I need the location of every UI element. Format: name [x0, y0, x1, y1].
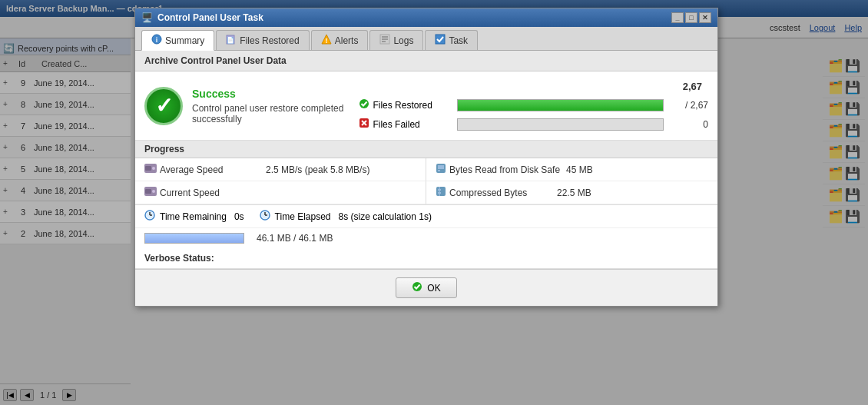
current-speed-cell: Current Speed [135, 181, 426, 204]
average-speed-text: Average Speed [160, 164, 224, 175]
time-remaining-item: Time Remaining 0s [144, 210, 244, 223]
modal-dialog: 🖥️ Control Panel User Task _ □ ✕ i Summa… [134, 8, 718, 307]
minimize-button[interactable]: _ [671, 12, 684, 23]
logs-icon [379, 34, 390, 47]
current-speed-text: Current Speed [160, 188, 220, 198]
ok-label: OK [427, 283, 440, 294]
time-elapsed-value: 8s (size calculation 1s) [339, 211, 432, 222]
progress-title: Progress [144, 144, 184, 154]
files-restored-count-top: 2,67 [359, 81, 708, 92]
status-desc-line2: successfully [192, 114, 343, 124]
check-circle-icon [359, 98, 369, 111]
svg-text:i: i [156, 36, 158, 44]
files-failed-label: Files Failed [359, 118, 451, 131]
ok-button[interactable]: OK [396, 277, 456, 298]
svg-text:📄: 📄 [227, 36, 234, 44]
disk-safe-icon [436, 163, 446, 176]
svg-text:!: ! [325, 37, 327, 45]
status-desc-line1: Control panel user restore completed [192, 103, 343, 114]
maximize-button[interactable]: □ [685, 12, 697, 23]
task-icon [435, 34, 446, 47]
tab-files-label: Files Restored [240, 35, 299, 46]
files-failed-text: Files Failed [373, 119, 419, 130]
status-section: ✓ Success Control panel user restore com… [135, 71, 717, 141]
tab-logs[interactable]: Logs [369, 30, 423, 50]
svg-point-16 [152, 167, 155, 170]
bytes-read-text: Bytes Read from Disk Safe [449, 164, 560, 175]
zip-icon [436, 186, 446, 199]
time-row: Time Remaining 0s Time Elapsed 8s (size … [135, 205, 717, 228]
file-progress-bar [144, 233, 244, 244]
progress-grid: Average Speed 2.5 MB/s (peak 5.8 MB/s) [135, 158, 717, 205]
files-restored-icon: 📄 [226, 34, 237, 47]
file-progress-text: 46.1 MB / 46.1 MB [257, 233, 333, 244]
alerts-icon: ! [321, 34, 332, 47]
compressed-bytes-cell: Compressed Bytes 22.5 MB [426, 181, 717, 204]
time-remaining-label: Time Remaining [160, 211, 227, 222]
info-icon: i [151, 34, 162, 47]
verbose-status-label: Verbose Status: [144, 253, 214, 264]
time-elapsed-item: Time Elapsed 8s (size calculation 1s) [260, 210, 432, 223]
tab-summary-label: Summary [165, 35, 204, 46]
time-elapsed-label: Time Elapsed [275, 211, 331, 222]
tab-alerts[interactable]: ! Alerts [311, 30, 369, 50]
files-restored-bar-fill [458, 100, 663, 111]
status-text: Success Control panel user restore compl… [192, 88, 343, 124]
svg-point-22 [152, 190, 155, 193]
average-speed-label: Average Speed [144, 164, 260, 175]
modal-title-icon: 🖥️ [141, 12, 153, 23]
tab-task-label: Task [449, 35, 468, 46]
hdd-icon [144, 164, 157, 175]
close-button[interactable]: ✕ [699, 12, 711, 23]
progress-section-header: Progress [135, 141, 717, 158]
ok-check-icon [412, 281, 422, 294]
files-restored-row: Files Restored / 2,67 [359, 98, 708, 111]
modal-tabs: i Summary 📄 Files Restored ! Alerts [135, 27, 717, 51]
compressed-bytes-value: 22.5 MB [557, 188, 591, 198]
svg-rect-27 [438, 192, 441, 194]
time-remaining-value: 0s [234, 211, 244, 222]
bytes-read-cell: Bytes Read from Disk Safe 45 MB [426, 158, 717, 181]
modal-title: Control Panel User Task [157, 12, 263, 23]
files-failed-bar [457, 118, 664, 131]
success-icon: ✓ [144, 87, 183, 125]
svg-rect-10 [436, 35, 445, 44]
tab-logs-label: Logs [393, 35, 413, 46]
modal-content: Archive Control Panel User Data ✓ Succes… [135, 51, 717, 306]
bytes-read-label: Bytes Read from Disk Safe [436, 163, 560, 176]
tab-summary[interactable]: i Summary [141, 30, 214, 51]
tab-files-restored[interactable]: 📄 Files Restored [216, 30, 309, 50]
bytes-read-value: 45 MB [566, 164, 593, 175]
status-left: ✓ Success Control panel user restore com… [144, 81, 343, 131]
status-title: Success [192, 88, 343, 100]
svg-rect-17 [145, 166, 151, 171]
compressed-bytes-text: Compressed Bytes [449, 188, 527, 198]
svg-rect-20 [438, 170, 440, 171]
svg-rect-26 [438, 189, 441, 191]
files-failed-count: 0 [670, 119, 708, 130]
section-header: Archive Control Panel User Data [135, 51, 717, 71]
clock-icon-2 [260, 210, 270, 223]
tab-task[interactable]: Task [425, 30, 478, 50]
modal-titlebar: 🖥️ Control Panel User Task _ □ ✕ [135, 8, 717, 27]
progress-section: Progress Average Speed [135, 141, 717, 269]
svg-rect-24 [436, 187, 446, 196]
modal-footer: OK [135, 269, 717, 306]
hdd-icon-2 [144, 187, 157, 198]
files-restored-label: Files Restored [359, 98, 451, 111]
svg-rect-23 [145, 189, 151, 194]
x-circle-icon [359, 118, 369, 131]
svg-rect-19 [438, 165, 444, 169]
compressed-bytes-label: Compressed Bytes [436, 186, 551, 199]
files-section: 2,67 Files Restored [359, 81, 708, 131]
current-speed-label: Current Speed [144, 187, 260, 198]
verbose-status-row: Verbose Status: [135, 248, 717, 268]
average-speed-value: 2.5 MB/s (peak 5.8 MB/s) [266, 164, 369, 175]
titlebar-controls: _ □ ✕ [671, 12, 711, 23]
tab-alerts-label: Alerts [335, 35, 359, 46]
files-restored-fraction: / 2,67 [670, 100, 708, 111]
files-restored-bar [457, 99, 664, 111]
files-failed-row: Files Failed 0 [359, 118, 708, 131]
average-speed-cell: Average Speed 2.5 MB/s (peak 5.8 MB/s) [135, 158, 426, 181]
file-progress-fill [145, 234, 244, 243]
